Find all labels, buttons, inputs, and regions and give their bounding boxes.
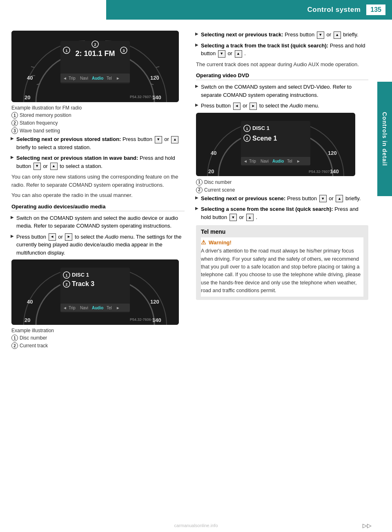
svg-text:DISC 1: DISC 1 — [72, 272, 89, 278]
radio-para-2: You can also operate the radio in the us… — [11, 191, 185, 199]
left-column: 20 40 120 140 2: 101.1 FM 1 — [0, 27, 192, 354]
tel-menu-title: Tel menu — [201, 228, 363, 235]
dvd-item-2: 2 Current scene — [196, 187, 368, 193]
disc-svg: 20 40 120 140 1 DISC 1 2 Track 3 ◄ — [11, 259, 179, 325]
disc-badge-1: 1 — [11, 335, 18, 341]
svg-text:Navi: Navi — [80, 76, 88, 80]
svg-text:Trip: Trip — [69, 76, 76, 80]
bullet-comand-switch: Switch on the COMAND system and select t… — [11, 214, 185, 230]
svg-text:40: 40 — [211, 150, 216, 156]
dvd-badge-1: 1 — [196, 179, 203, 186]
svg-text:Track 3: Track 3 — [72, 280, 94, 287]
bullet-stored-station: Selecting next or previous stored statio… — [11, 135, 185, 151]
dvd-illustration: 20 40 120 140 1 DISC 1 2 Scene 1 ◄ — [196, 113, 355, 176]
svg-text:20: 20 — [208, 168, 214, 174]
right-column: Selecting next or previous track: Press … — [192, 27, 376, 354]
dvd-badge-2: 2 — [196, 187, 203, 193]
badge-3: 3 — [11, 127, 18, 134]
svg-text:◄: ◄ — [63, 76, 67, 80]
disc-item-1: 1 Disc number — [11, 335, 185, 341]
svg-text:Tel: Tel — [107, 306, 112, 310]
bullet-stored-station-text: Press button — [122, 136, 154, 142]
radio-svg: 20 40 120 140 2: 101.1 FM 1 — [11, 31, 179, 102]
bullet-comand-switch-text: Switch on the COMAND system and select t… — [16, 215, 178, 229]
btn-down-2: ▼ — [33, 163, 41, 170]
warning-title-text: Warning! — [209, 239, 232, 246]
svg-text:20: 20 — [24, 94, 30, 101]
aux-para: The current track does not appear during… — [196, 60, 368, 69]
btn-down-track: ▼ — [317, 31, 324, 39]
radio-item-2-text: Station frequency — [20, 120, 58, 126]
svg-text:120: 120 — [150, 299, 159, 305]
header-bar: Control system 135 — [106, 0, 392, 20]
badge-2: 2 — [11, 120, 18, 126]
bullet-next-prev-scene: Selecting next or previous scene: Press … — [196, 194, 368, 203]
warning-icon: ⚠ — [201, 239, 206, 246]
svg-text:40: 40 — [27, 75, 33, 81]
radio-illustration: 20 40 120 140 2: 101.1 FM 1 — [11, 31, 179, 102]
svg-text:2: 2 — [94, 42, 96, 47]
svg-text:20: 20 — [24, 317, 30, 323]
svg-text:Trip: Trip — [249, 159, 256, 163]
side-tab: Controls in detail — [377, 82, 392, 196]
disc-badge-2: 2 — [11, 342, 18, 349]
header-title: Control system — [307, 6, 361, 14]
svg-text:Audio: Audio — [92, 306, 103, 310]
disc-item-1-text: Disc number — [20, 335, 47, 341]
warning-box: ⚠ Warning! A driver's attention to the r… — [201, 237, 363, 296]
disc-caption: Example illustration — [11, 328, 185, 333]
bullet-stored-station-label: Selecting next or previous stored statio… — [16, 136, 121, 142]
radio-item-1: 1 Stored memory position — [11, 112, 185, 118]
radio-item-3-text: Wave band setting — [20, 128, 60, 134]
dvd-item-2-text: Current scene — [204, 187, 235, 193]
btn-left-dvd: ◄ — [233, 103, 241, 110]
warning-title: ⚠ Warning! — [201, 239, 363, 246]
btn-left-audio: ◄ — [49, 233, 56, 241]
btn-down-scene-list: ▼ — [229, 214, 237, 221]
svg-text:Tel: Tel — [287, 159, 292, 163]
btn-down-quick: ▼ — [218, 50, 225, 58]
svg-text:2: 2 — [246, 136, 248, 141]
header-page: 135 — [366, 4, 385, 15]
btn-right-audio: ► — [65, 233, 72, 241]
footer-symbol: ▷▷ — [363, 522, 372, 529]
bullet-next-prev-track: Selecting next or previous track: Press … — [196, 31, 368, 39]
svg-text:Audio: Audio — [272, 159, 284, 163]
bullet-dvd-switch: Switch on the COMAND system and select D… — [196, 83, 368, 99]
btn-right-dvd: ► — [249, 103, 257, 110]
btn-down-1: ▼ — [155, 136, 162, 143]
radio-item-3: 3 Wave band setting — [11, 127, 185, 134]
bullet-press-audio: Press button ◄ or ► to select the Audio … — [11, 233, 185, 257]
tel-menu-box: Tel menu ⚠ Warning! A driver's attention… — [196, 225, 368, 300]
disc-item-2: 2 Current track — [11, 342, 185, 349]
svg-text:2: 101.1 FM: 2: 101.1 FM — [75, 49, 115, 58]
disc-item-2-text: Current track — [20, 343, 48, 349]
btn-up-scene: ▲ — [336, 195, 343, 202]
watermark: carmanualsonline.info — [174, 523, 218, 528]
radio-para-1: You can only store new stations using th… — [11, 173, 185, 189]
radio-caption: Example illustration for FM radio — [11, 105, 185, 111]
disc-caption-text: Example illustration — [11, 328, 54, 333]
btn-up-1: ▲ — [171, 136, 178, 143]
svg-text:◄: ◄ — [243, 159, 247, 163]
main-content: 20 40 120 140 2: 101.1 FM 1 — [0, 22, 377, 362]
dvd-svg: 20 40 120 140 1 DISC 1 2 Scene 1 ◄ — [196, 113, 355, 176]
radio-caption-text: Example illustration for FM radio — [11, 105, 82, 111]
bullet-wave-band-label: Selecting next or previous station in wa… — [16, 155, 138, 161]
dvd-item-1-text: Disc number — [204, 179, 232, 185]
svg-text:Navi: Navi — [261, 159, 269, 163]
svg-text:DISC 1: DISC 1 — [252, 125, 270, 131]
bullet-dvd-press: Press button ◄ or ► to select the Audio … — [196, 102, 368, 110]
svg-text:►: ► — [116, 306, 120, 310]
side-tab-label: Controls in detail — [381, 112, 388, 166]
svg-text:Audio: Audio — [92, 76, 103, 80]
bullet-next-prev-track-label: Selecting next or previous track: — [201, 31, 283, 38]
svg-text:120: 120 — [150, 75, 159, 81]
bullet-track-list-label: Selecting a track from the track list (q… — [201, 42, 328, 49]
svg-text:120: 120 — [328, 150, 337, 156]
warning-text: A driver's attention to the road must al… — [201, 247, 363, 295]
svg-text:3: 3 — [122, 49, 125, 53]
dvd-section-title: Operating video DVD — [196, 72, 368, 80]
svg-text:Tel: Tel — [107, 76, 112, 80]
bullet-scene-list: Selecting a scene from the scene list (q… — [196, 205, 368, 221]
